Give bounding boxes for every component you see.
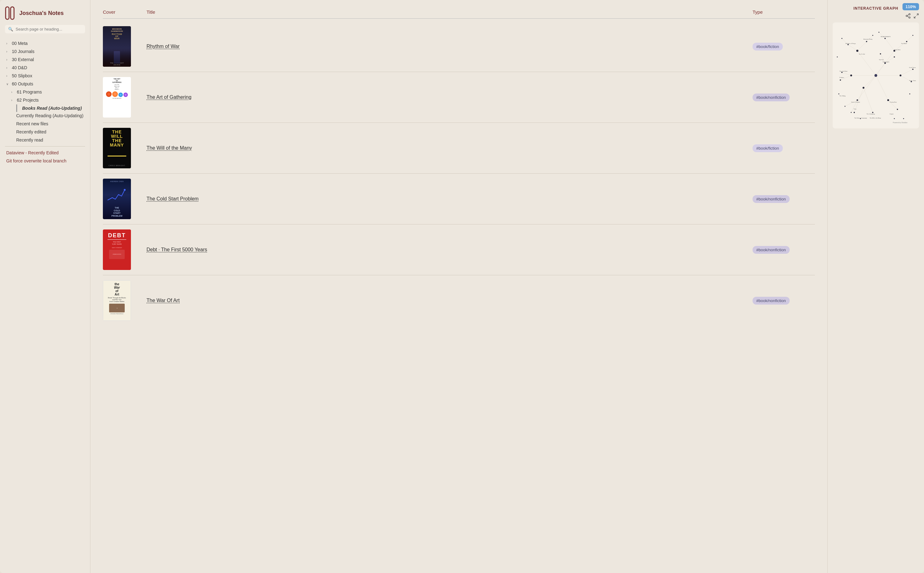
book-title-cell[interactable]: The War Of Art (147, 298, 746, 303)
sidebar-item-30-external[interactable]: › 30 External (5, 56, 85, 63)
type-badge: #book/nonfiction (752, 246, 790, 254)
book-type-cell: #book/nonfiction (752, 297, 815, 305)
sidebar-item-40-dnd[interactable]: › 40 D&D (5, 64, 85, 71)
book-title[interactable]: The Cold Start Problem (147, 196, 199, 202)
svg-point-42 (887, 99, 889, 101)
book-title[interactable]: The Art of Gathering (147, 94, 191, 100)
table-row: THE ARTOFGATHERING How WeMeet andWhy ItM… (103, 72, 815, 123)
book-title-cell[interactable]: Debt · The First 5000 Years (147, 247, 746, 252)
graph-container[interactable]: An Echo of Things Annexais Rising RELATI… (833, 22, 919, 128)
svg-point-44 (850, 75, 852, 77)
sidebar-item-label: 61 Programs (17, 89, 42, 94)
svg-text:The Falling: The Falling (840, 95, 846, 97)
book-title[interactable]: The War Of Art (147, 298, 180, 303)
svg-point-52 (897, 109, 898, 110)
svg-point-49 (884, 38, 886, 39)
svg-point-71 (894, 118, 895, 119)
search-icon: 🔍 (8, 27, 13, 31)
svg-text:An Echo of Things: An Echo of Things (846, 43, 856, 44)
svg-point-62 (879, 32, 879, 33)
book-type-cell: #book/fiction (752, 144, 815, 152)
sidebar-item-recent-new-files[interactable]: Recent new files (5, 120, 85, 127)
sidebar-item-50-slipbox[interactable]: › 50 Slipbox (5, 72, 85, 80)
search-input[interactable] (16, 27, 82, 31)
svg-point-65 (857, 99, 858, 101)
book-title-cell[interactable]: Rhythm of War (147, 44, 746, 49)
svg-point-58 (880, 53, 881, 55)
type-badge: #book/nonfiction (752, 195, 790, 203)
svg-text:Poverty Now: Poverty Now (890, 101, 897, 103)
book-title-cell[interactable]: The Art of Gathering (147, 94, 746, 100)
svg-point-4 (906, 15, 907, 17)
app-title: Joschua's Notes (19, 10, 64, 17)
type-badge: #book/fiction (752, 43, 783, 50)
svg-point-66 (837, 56, 838, 57)
graph-share-button[interactable] (905, 13, 911, 20)
sidebar-header: Joschua's Notes (5, 6, 85, 20)
sidebar-item-label: 60 Outputs (12, 81, 33, 86)
sidebar-item-label: 62 Projects (17, 97, 39, 103)
sidebar: Joschua's Notes 🔍 › 00 Meta › 10 Journal… (0, 0, 91, 573)
sidebar-item-61-programs[interactable]: › 61 Programs (5, 88, 85, 96)
header-cover: Cover (103, 9, 140, 15)
table-header: Cover Title Type (103, 9, 815, 19)
sidebar-item-label: Recently edited (16, 129, 47, 135)
graph-svg: An Echo of Things Annexais Rising RELATI… (833, 22, 919, 128)
chevron-right-icon: › (6, 42, 10, 45)
svg-line-9 (914, 17, 916, 18)
sidebar-link-git[interactable]: Git force overwrite local branch (5, 157, 85, 164)
book-type-cell: #book/fiction (752, 43, 815, 50)
type-badge: #book/nonfiction (752, 94, 790, 101)
book-title-cell[interactable]: The Cold Start Problem (147, 196, 746, 202)
svg-point-54 (840, 80, 841, 81)
zoom-badge: 110% (902, 3, 919, 10)
table-row: BRANDONSANDERSON RHYTHMOFWAR THE STORMLI… (103, 21, 815, 72)
svg-line-6 (907, 16, 909, 17)
book-cover-gathering: THE ARTOFGATHERING How WeMeet andWhy ItM… (103, 77, 131, 117)
sidebar-item-label: Recently read (16, 138, 43, 142)
sidebar-item-label: Books Read (Auto-Updating) (22, 106, 82, 111)
svg-text:Times, Taois: Times, Taois (909, 80, 916, 81)
graph-expand-button[interactable] (913, 13, 919, 20)
sidebar-item-00-meta[interactable]: › 00 Meta (5, 39, 85, 47)
sidebar-item-label: 00 Meta (12, 41, 28, 46)
search-container[interactable]: 🔍 (5, 25, 85, 33)
svg-point-64 (844, 106, 846, 106)
svg-point-60 (872, 35, 873, 36)
chevron-right-icon: › (11, 91, 15, 94)
svg-point-69 (838, 94, 839, 94)
svg-point-55 (854, 112, 855, 113)
sidebar-item-currently-reading[interactable]: Currently Reading (Auto-Updating) (5, 112, 85, 119)
svg-point-47 (866, 41, 867, 42)
chevron-right-icon: › (11, 99, 15, 102)
svg-text:The Rules of Language: The Rules of Language (854, 117, 867, 119)
right-panel: 110% INTERACTIVE GRAPH (827, 0, 924, 573)
table-row: theWarofArt Break Through the Blocksand … (103, 275, 815, 326)
svg-text:Empire: Empire (890, 113, 894, 115)
svg-text:Good Times: Good Times (909, 67, 916, 68)
svg-text:The Collapsing: The Collapsing (867, 113, 875, 115)
sidebar-item-recently-read[interactable]: Recently read (5, 136, 85, 144)
sidebar-item-label: 10 Journals (12, 49, 34, 54)
svg-text:Annexais Rising: Annexais Rising (863, 38, 872, 40)
chevron-down-icon: ∨ (6, 82, 10, 86)
table-row: ANDREW CHEN THECOLDSTARTPROBLEM The Cold… (103, 174, 815, 224)
sidebar-item-10-journals[interactable]: › 10 Journals (5, 48, 85, 55)
svg-point-48 (906, 41, 907, 42)
svg-point-43 (863, 87, 865, 89)
book-title-cell[interactable]: The Will of the Many (147, 145, 746, 151)
sidebar-link-dataview[interactable]: Dataview - Recently Edited (5, 149, 85, 157)
sidebar-item-62-projects[interactable]: › 62 Projects (5, 96, 85, 104)
svg-text:Yes To Sail: Yes To Sail (859, 53, 865, 55)
book-title[interactable]: Rhythm of War (147, 44, 180, 49)
svg-point-2 (124, 189, 126, 191)
book-title[interactable]: The Will of the Many (147, 145, 192, 151)
sidebar-item-60-outputs[interactable]: ∨ 60 Outputs (5, 80, 85, 88)
sidebar-item-recently-edited[interactable]: Recently edited (5, 128, 85, 136)
svg-point-41 (900, 75, 902, 77)
book-cover-coldstart: ANDREW CHEN THECOLDSTARTPROBLEM (103, 178, 131, 219)
book-cover-will: THEWILLTHEMANY CHRIS WRAIGHT (103, 128, 131, 168)
sidebar-item-books-read[interactable]: Books Read (Auto-Updating) (16, 105, 85, 112)
svg-text:The Cold Start: The Cold Start (840, 70, 847, 72)
book-title[interactable]: Debt · The First 5000 Years (147, 247, 207, 252)
